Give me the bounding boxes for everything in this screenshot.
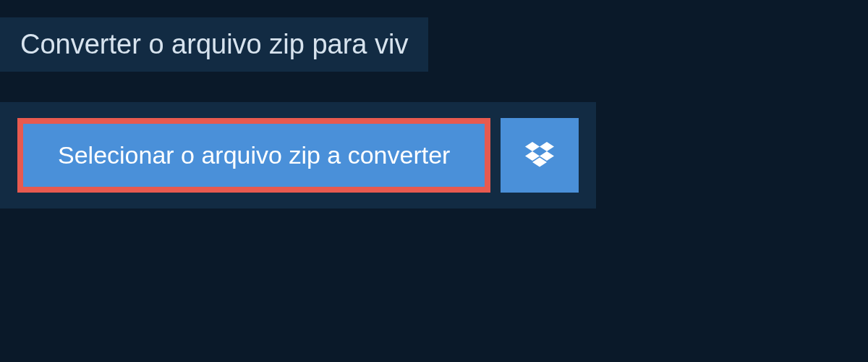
select-file-button[interactable]: Selecionar o arquivo zip a converter [23, 124, 485, 187]
dropbox-icon [525, 142, 554, 169]
select-button-highlight: Selecionar o arquivo zip a converter [17, 118, 490, 193]
dropbox-button[interactable] [501, 118, 579, 193]
action-panel: Selecionar o arquivo zip a converter [0, 102, 596, 209]
page-title: Converter o arquivo zip para viv [0, 17, 428, 72]
